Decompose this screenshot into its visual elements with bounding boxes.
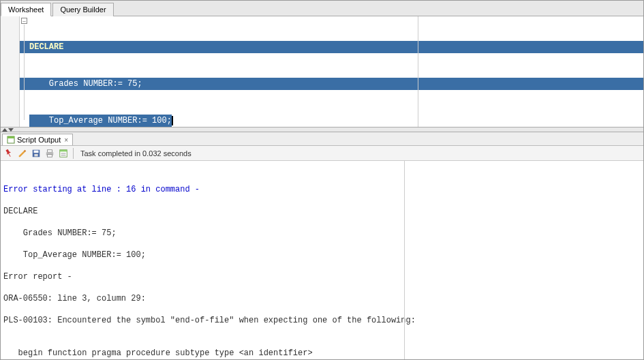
tab-worksheet[interactable]: Worksheet xyxy=(1,3,51,16)
tab-query-builder[interactable]: Query Builder xyxy=(52,3,113,16)
pin-icon[interactable] xyxy=(3,148,14,159)
code-body: DECLARE Grades NUMBER:= 75; Top_Average … xyxy=(1,16,643,127)
code-line[interactable]: Grades NUMBER:= 75; xyxy=(1,78,643,90)
close-icon[interactable]: × xyxy=(64,136,68,144)
output-tabs: Script Output × xyxy=(1,132,643,146)
arrow-down-icon[interactable] xyxy=(8,128,14,132)
text-cursor xyxy=(172,116,173,125)
output-line: Error starting at line : 16 in command - xyxy=(3,184,641,195)
output-text[interactable]: Error starting at line : 16 in command -… xyxy=(1,161,643,360)
sql-icon[interactable] xyxy=(58,148,69,159)
task-status: Task completed in 0.032 seconds xyxy=(80,149,191,158)
keyword-declare: DECLARE xyxy=(29,42,63,52)
output-line: DECLARE xyxy=(3,206,641,217)
code-line[interactable]: DECLARE xyxy=(1,41,643,53)
script-output-label: Script Output xyxy=(17,136,61,144)
pane-splitter[interactable] xyxy=(1,127,643,132)
fold-guide xyxy=(24,25,25,120)
code-editor[interactable]: – DECLARE Grades NUMBER:= 75; Top_Averag… xyxy=(1,16,643,127)
print-icon[interactable] xyxy=(44,148,55,159)
output-guide-line xyxy=(404,161,405,360)
svg-rect-5 xyxy=(48,149,52,152)
svg-rect-7 xyxy=(48,154,52,157)
script-output-icon xyxy=(7,136,15,144)
code-line[interactable]: Top_Average NUMBER:= 100; xyxy=(1,115,643,127)
arrow-up-icon[interactable] xyxy=(2,128,7,132)
print-margin xyxy=(418,16,418,127)
output-line: Grades NUMBER:= 75; xyxy=(3,228,641,239)
output-line: begin function pragma procedure subtype … xyxy=(3,348,641,359)
svg-rect-9 xyxy=(60,149,67,151)
pencil-icon[interactable] xyxy=(17,148,28,159)
fold-toggle-icon[interactable]: – xyxy=(21,18,27,24)
save-icon[interactable] xyxy=(31,148,42,159)
output-line: ORA-06550: line 3, column 29: xyxy=(3,293,641,304)
svg-rect-1 xyxy=(7,136,14,138)
toolbar-separator xyxy=(73,148,74,159)
svg-rect-3 xyxy=(34,150,39,153)
editor-tabs: Worksheet Query Builder xyxy=(1,1,643,16)
output-line: PLS-00103: Encountered the symbol "end-o… xyxy=(3,315,641,326)
editor-gutter xyxy=(1,16,20,127)
output-toolbar: Task completed in 0.032 seconds xyxy=(1,146,643,161)
output-line: Top_Average NUMBER:= 100; xyxy=(3,250,641,260)
svg-rect-4 xyxy=(34,153,37,156)
tab-script-output[interactable]: Script Output × xyxy=(2,134,73,145)
output-line: Error report - xyxy=(3,271,641,282)
